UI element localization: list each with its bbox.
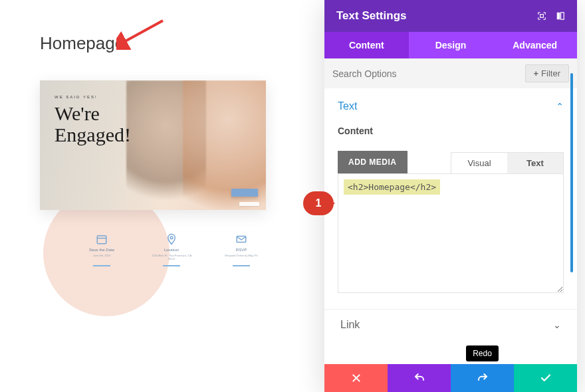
- content-textarea-value: <h2>Homepage</h2>: [344, 179, 440, 195]
- section-text: Text ⌄ Content ADD MEDIA Visual Text <h2…: [324, 88, 577, 364]
- panel-header: Text Settings: [324, 0, 577, 32]
- page-preview: Homepage WE SAID YES! We're Engaged!: [0, 0, 319, 392]
- text-settings-panel: Text Settings Content Design Advanced +F…: [324, 0, 577, 392]
- section-link-header[interactable]: Link ⌄: [324, 309, 577, 340]
- tab-design[interactable]: Design: [409, 32, 493, 58]
- editor-tab-visual[interactable]: Visual: [451, 153, 507, 173]
- undo-icon: [413, 372, 425, 384]
- filter-button[interactable]: +Filter: [525, 64, 569, 82]
- feature-label: Save the Date: [89, 248, 114, 252]
- close-icon: [351, 373, 362, 383]
- svg-point-3: [170, 237, 173, 239]
- editor-tab-text[interactable]: Text: [507, 153, 563, 173]
- redo-icon: [477, 372, 489, 384]
- cancel-button[interactable]: [324, 364, 388, 392]
- hero-headline: We're Engaged!: [55, 103, 131, 145]
- feature-label: RSVP: [236, 248, 247, 252]
- location-icon: [166, 233, 177, 245]
- redo-button[interactable]: Redo: [451, 364, 514, 392]
- hero-headline-line: Engaged!: [55, 124, 131, 146]
- feature-sub: June 6th, 2019: [93, 254, 110, 260]
- check-icon: [540, 372, 552, 384]
- chevron-down-icon: ⌄: [553, 320, 561, 330]
- chevron-up-icon: ⌄: [556, 101, 564, 112]
- search-input[interactable]: [332, 68, 475, 79]
- feature-item: RSVP Respond Online by May 7th: [218, 233, 265, 266]
- search-row: +Filter: [324, 58, 577, 88]
- svg-rect-5: [540, 15, 544, 18]
- svg-rect-1: [97, 236, 106, 244]
- filter-button-label: Filter: [541, 68, 560, 78]
- calendar-icon: [96, 233, 108, 245]
- feature-underline: [233, 265, 250, 266]
- page-title: Homepage: [40, 33, 279, 54]
- expand-icon[interactable]: [537, 11, 546, 21]
- feature-item: Location 1234 Main St · San Francisco, C…: [148, 233, 195, 266]
- hero-headline-line: We're: [55, 102, 100, 124]
- feature-sub: 1234 Main St · San Francisco, CA 94111: [148, 254, 195, 260]
- envelope-icon: [235, 233, 247, 245]
- section-text-header[interactable]: Text ⌄: [338, 96, 564, 122]
- feature-item: Save the Date June 6th, 2019: [78, 233, 125, 266]
- svg-rect-7: [561, 13, 564, 20]
- hero-cta-secondary: [239, 202, 259, 206]
- undo-button[interactable]: [388, 364, 451, 392]
- section-link-title: Link: [340, 319, 360, 331]
- hero-eyebrow: WE SAID YES!: [55, 95, 131, 99]
- panel-title: Text Settings: [336, 9, 406, 23]
- tooltip-redo: Redo: [466, 345, 499, 361]
- panel-view-icon[interactable]: [556, 11, 565, 21]
- tab-advanced[interactable]: Advanced: [493, 32, 577, 58]
- feature-row: Save the Date June 6th, 2019 Location 12…: [78, 233, 265, 266]
- add-media-button[interactable]: ADD MEDIA: [338, 151, 408, 173]
- scrollbar[interactable]: [570, 73, 573, 272]
- section-text-title: Text: [338, 100, 357, 112]
- feature-underline: [93, 265, 110, 266]
- editor-tabs: Visual Text: [451, 152, 564, 173]
- feature-sub: Respond Online by May 7th: [225, 254, 257, 260]
- content-label: Content: [338, 126, 564, 136]
- tab-content[interactable]: Content: [324, 32, 409, 58]
- content-textarea[interactable]: <h2>Homepage</h2>: [338, 173, 564, 293]
- panel-actions: Redo: [324, 364, 577, 392]
- panel-tabs: Content Design Advanced: [324, 32, 577, 58]
- feature-underline: [163, 265, 180, 266]
- hero-cta-button: [231, 189, 258, 197]
- feature-label: Location: [164, 248, 179, 252]
- svg-rect-6: [557, 13, 560, 20]
- template-preview: WE SAID YES! We're Engaged! Save the Dat…: [40, 80, 266, 300]
- save-button[interactable]: [514, 364, 577, 392]
- hero-card: WE SAID YES! We're Engaged!: [40, 80, 266, 210]
